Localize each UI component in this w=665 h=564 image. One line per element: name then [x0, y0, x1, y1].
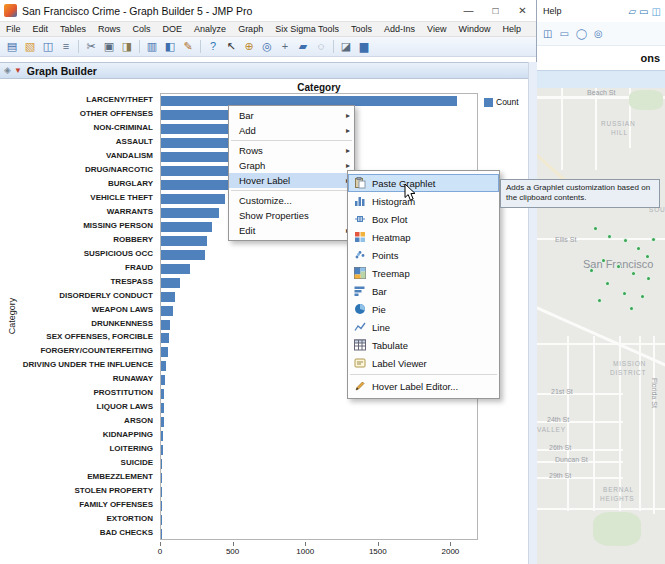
menu-graph[interactable]: Graph [232, 22, 269, 37]
category-label[interactable]: WARRANTS [0, 206, 153, 218]
crosshair-tool-icon[interactable]: + [276, 37, 294, 56]
paste-icon[interactable]: ◨ [118, 37, 136, 56]
menu-tables[interactable]: Tables [54, 22, 92, 37]
bar-arson[interactable] [161, 417, 164, 427]
window-tile-icon[interactable]: ▱ [628, 6, 636, 17]
bar-vehicle-theft[interactable] [161, 194, 225, 204]
legend-swatch[interactable] [484, 98, 493, 107]
submenu-item-histogram[interactable]: Histogram [348, 192, 499, 210]
bar-missing-person[interactable] [161, 222, 212, 232]
submenu-item-box-plot[interactable]: Box Plot [348, 210, 499, 228]
category-label[interactable]: BURGLARY [0, 178, 153, 190]
layout-icon[interactable]: ◧ [161, 37, 179, 56]
bar-forgery-counterfeiting[interactable] [161, 347, 168, 357]
bar-suicide[interactable] [161, 459, 162, 469]
category-label[interactable]: LOITERING [0, 443, 153, 455]
menu-cols[interactable]: Cols [127, 22, 157, 37]
x-axis[interactable]: 0500100015002000 [160, 542, 478, 560]
bar-fraud[interactable] [161, 264, 190, 274]
bar-runaway[interactable] [161, 375, 165, 385]
menu-item-graph[interactable]: Graph▸ [229, 158, 354, 173]
help-icon[interactable]: ? [204, 37, 222, 56]
category-label[interactable]: DRIVING UNDER THE INFLUENCE [0, 359, 153, 371]
bar-extortion[interactable] [161, 515, 162, 525]
category-label[interactable]: TRESPASS [0, 276, 153, 288]
bar-trespass[interactable] [161, 278, 180, 288]
bar-prostitution[interactable] [161, 389, 164, 399]
zoom-icon[interactable]: ◎ [594, 28, 603, 39]
journal-icon[interactable]: ▥ [143, 37, 161, 56]
category-label[interactable]: FAMILY OFFENSES [0, 499, 153, 511]
bar-drug-narcotic[interactable] [161, 166, 235, 176]
category-label[interactable]: OTHER OFFENSES [0, 108, 153, 120]
bar-disorderly-conduct[interactable] [161, 292, 175, 302]
bar-embezzlement[interactable] [161, 473, 162, 483]
menu-edit[interactable]: Edit [27, 22, 55, 37]
category-label[interactable]: DRUG/NARCOTIC [0, 164, 153, 176]
category-label[interactable]: KIDNAPPING [0, 429, 153, 441]
submenu-item-points[interactable]: Points [348, 246, 499, 264]
category-label[interactable]: STOLEN PROPERTY [0, 485, 153, 497]
open-icon[interactable]: ▧ [21, 37, 39, 56]
submenu-item-pie[interactable]: Pie [348, 300, 499, 318]
category-label[interactable]: NON-CRIMINAL [0, 122, 153, 134]
submenu-item-heatmap[interactable]: Heatmap [348, 228, 499, 246]
disclosure-icon[interactable]: ◈ [4, 63, 11, 78]
save-icon[interactable]: ◫ [543, 28, 552, 39]
script-icon[interactable]: ✎ [179, 37, 197, 56]
lasso-tool-icon[interactable]: ◌ [312, 37, 330, 56]
circle-shape-icon[interactable]: ◯ [576, 28, 587, 39]
menu-item-bar[interactable]: Bar▸ [229, 108, 354, 123]
category-label[interactable]: PROSTITUTION [0, 387, 153, 399]
menu-item-add[interactable]: Add▸ [229, 123, 354, 138]
category-label[interactable]: DRUNKENNESS [0, 318, 153, 330]
bar-weapon-laws[interactable] [161, 306, 173, 316]
category-label[interactable]: BAD CHECKS [0, 527, 153, 539]
rect-shape-icon[interactable]: ▭ [559, 28, 568, 39]
new-data-table-icon[interactable]: ▤ [3, 37, 21, 56]
menu-tools[interactable]: Tools [345, 22, 378, 37]
submenu-item-tabulate[interactable]: Tabulate [348, 336, 499, 354]
bar-robbery[interactable] [161, 236, 207, 246]
menu-rows[interactable]: Rows [92, 22, 127, 37]
menu-help[interactable]: Help [496, 22, 527, 37]
menu-item-customize[interactable]: Customize... [229, 193, 354, 208]
bar-bad-checks[interactable] [161, 529, 162, 539]
menu-six-sigma-tools[interactable]: Six Sigma Tools [269, 22, 345, 37]
category-label[interactable]: LARCENY/THEFT [0, 94, 153, 106]
menu-help[interactable]: Help [543, 6, 562, 16]
bar-stolen-property[interactable] [161, 487, 162, 497]
bar-sex-offenses-forcible[interactable] [161, 333, 169, 343]
submenu-item-bar[interactable]: Bar [348, 282, 499, 300]
submenu-item-label-viewer[interactable]: Label Viewer [348, 354, 499, 372]
chart-icon[interactable]: ▆ [355, 37, 373, 56]
bar-suspicious-occ[interactable] [161, 250, 205, 260]
bar-liquor-laws[interactable] [161, 403, 164, 413]
bar-loitering[interactable] [161, 445, 163, 455]
menu-item-edit[interactable]: Edit▸ [229, 223, 354, 238]
category-label[interactable]: RUNAWAY [0, 373, 153, 385]
menu-item-hover-label[interactable]: Hover Label▸ [229, 173, 354, 188]
menu-analyze[interactable]: Analyze [188, 22, 232, 37]
category-label[interactable]: WEAPON LAWS [0, 304, 153, 316]
cut-icon[interactable]: ✂ [82, 37, 100, 56]
zoom-tool-icon[interactable]: ◎ [258, 37, 276, 56]
bar-kidnapping[interactable] [161, 431, 163, 441]
bar-family-offenses[interactable] [161, 501, 162, 511]
menu-item-rows[interactable]: Rows▸ [229, 143, 354, 158]
category-label[interactable]: ROBBERY [0, 234, 153, 246]
menu-add-ins[interactable]: Add-Ins [378, 22, 421, 37]
category-label[interactable]: EMBEZZLEMENT [0, 471, 153, 483]
category-label[interactable]: MISSING PERSON [0, 220, 153, 232]
submenu-item-treemap[interactable]: Treemap [348, 264, 499, 282]
category-label[interactable]: ASSAULT [0, 136, 153, 148]
category-label[interactable]: SEX OFFENSES, FORCIBLE [0, 331, 153, 343]
vertical-scrollbar[interactable] [528, 62, 537, 564]
san-francisco-map[interactable]: Beach StRUSSIANHILLSOUEllis StSan Franci… [537, 88, 665, 564]
annotate-icon[interactable]: ◪ [337, 37, 355, 56]
category-label[interactable]: LIQUOR LAWS [0, 401, 153, 413]
category-label[interactable]: DISORDERLY CONDUCT [0, 290, 153, 302]
close-button[interactable]: ✕ [509, 5, 536, 16]
menu-view[interactable]: View [421, 22, 452, 37]
bar-warrants[interactable] [161, 208, 219, 218]
